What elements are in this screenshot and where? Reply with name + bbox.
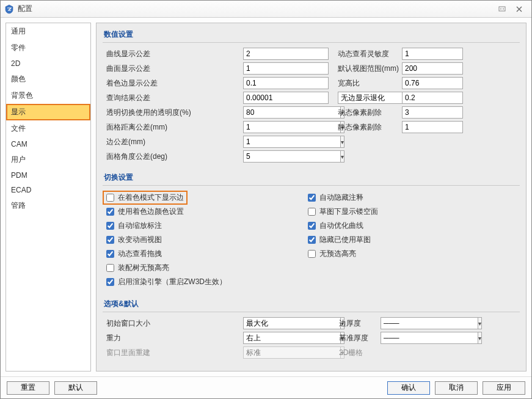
row-grid-dist: 面格距离公差(mm) 静态像素剔除 [103,120,520,134]
chk-change-anim-view[interactable]: 改变动画视图 [106,233,302,247]
chk-auto-scale-annot[interactable]: 自动缩放标注 [106,219,302,233]
settings-panel: 数值设置 曲线显示公差 动态查看灵敏度 曲面显示公差 默认视图范围(mm) 着色… [96,23,527,372]
category-sidebar: 通用 零件 2D 颜色 背景色 显示 文件 CAM 用户 PDM ECAD 管路 [5,23,91,372]
label-datum-thickness: 基准厚度 [332,333,381,343]
chevron-down-icon[interactable] [340,136,344,148]
sidebar-item-general[interactable]: 通用 [6,23,90,40]
apply-button[interactable]: 应用 [483,381,525,395]
chk-dyn-view-drag[interactable]: 动态查看拖拽 [106,247,302,261]
input-static-cull[interactable] [402,121,463,133]
chk-enable-render-engine[interactable]: 启用渲染引擎（重启ZW3D生效） [106,275,302,289]
row-window-size: 初始窗口大小 边厚度 [103,316,520,331]
numeric-section-title: 数值设置 [103,27,520,43]
default-button[interactable]: 默认 [54,381,97,395]
label-view-range: 默认视图范围(mm) [332,64,402,74]
input-edge-tol[interactable] [243,136,340,148]
label-grid-angle: 面格角度公差(deg) [103,152,243,162]
chevron-down-icon[interactable] [478,332,482,344]
sidebar-item-bgcolor[interactable]: 背景色 [6,87,90,104]
sidebar-item-part[interactable]: 零件 [6,40,90,56]
input-curve-tol[interactable] [243,48,329,60]
dialog-footer: 重置 默认 确认 取消 应用 [1,376,531,398]
sidebar-item-pipe[interactable]: 管路 [6,197,90,214]
chk-show-edges-shaded[interactable]: 在着色模式下显示边 [103,191,188,205]
label-2d-grid: 2D栅格 [332,348,381,358]
row-curve-tol: 曲线显示公差 动态查看灵敏度 [103,46,520,61]
label-surface-tol: 曲面显示公差 [103,64,243,74]
toggle-section: 切换设置 在着色模式下显示边 使用着色边颜色设置 自动缩放标注 改变动画视图 动… [97,166,526,293]
ok-button[interactable]: 确认 [387,381,430,395]
reset-button[interactable]: 重置 [7,381,49,395]
config-dialog: 配置 通用 零件 2D 颜色 背景色 显示 文件 CAM 用户 PDM ECAD… [0,0,532,399]
input-query-tol[interactable] [243,92,329,104]
input-grid-angle[interactable] [243,150,340,163]
select-datum-thickness[interactable] [381,332,478,344]
sidebar-item-display[interactable]: 显示 [6,104,90,120]
sidebar-item-pdm[interactable]: PDM [6,168,90,183]
input-transparency[interactable] [243,106,340,119]
label-shade-edge-tol: 着色边显示公差 [103,78,243,89]
sidebar-item-user[interactable]: 用户 [6,152,90,168]
select-edge-thickness[interactable] [381,317,478,329]
toggle-section-title: 切换设置 [103,170,520,186]
input-dyn-cull[interactable] [402,106,463,119]
label-query-tol: 查询结果公差 [103,93,243,103]
chevron-down-icon[interactable] [478,317,482,329]
sidebar-item-color[interactable]: 颜色 [6,71,90,87]
app-icon [4,4,14,14]
select-window-size[interactable] [243,317,340,329]
row-grid-angle: 面格角度公差(deg) [103,149,520,164]
options-section-title: 选项&默认 [103,296,520,312]
cancel-button[interactable]: 取消 [435,381,478,395]
input-grid-dist[interactable] [243,121,340,133]
input-aspect-ratio[interactable] [402,77,463,89]
input-dyn-sensitivity[interactable] [402,48,463,60]
titlebar: 配置 [1,1,531,18]
row-transparency: 透明切换使用的透明度(%) 动态像素剔除 [103,105,520,120]
chk-no-presel-highlight[interactable]: 无预选高亮 [308,247,516,261]
row-query-tol: 查询结果公差 [103,90,520,105]
input-view-range[interactable] [402,62,463,75]
input-shade-edge-tol[interactable] [243,77,329,89]
label-curve-tol: 曲线显示公差 [103,49,243,59]
chk-auto-hide-annot[interactable]: 自动隐藏注释 [308,191,516,205]
chk-use-shade-edge-color[interactable]: 使用着色边颜色设置 [106,205,302,219]
label-dyn-sensitivity: 动态查看灵敏度 [332,49,402,59]
label-transparency: 透明切换使用的透明度(%) [103,108,243,118]
options-section: 选项&默认 初始窗口大小 边厚度 重力 基准厚度 窗口里面重建 2D栅格 [97,293,526,362]
select-rebuild[interactable] [243,346,340,359]
chevron-down-icon[interactable] [340,150,344,163]
chk-auto-optimize-curve[interactable]: 自动优化曲线 [308,219,516,233]
numeric-section: 数值设置 曲线显示公差 动态查看灵敏度 曲面显示公差 默认视图范围(mm) 着色… [97,23,526,166]
row-surface-tol: 曲面显示公差 默认视图范围(mm) [103,61,520,76]
input-no-edge-degen[interactable] [402,92,463,104]
svg-rect-0 [499,7,505,11]
sidebar-item-file[interactable]: 文件 [6,120,90,137]
dialog-body: 通用 零件 2D 颜色 背景色 显示 文件 CAM 用户 PDM ECAD 管路… [1,18,531,376]
row-gravity: 重力 基准厚度 [103,331,520,345]
label-dyn-cull: 动态像素剔除 [332,108,402,118]
label-edge-tol: 边公差(mm) [103,137,243,147]
label-edge-thickness: 边厚度 [332,318,381,329]
row-edge-tol: 边公差(mm) [103,134,520,149]
sidebar-item-cam[interactable]: CAM [6,137,90,152]
label-rebuild: 窗口里面重建 [103,348,243,358]
chk-sketch-show-hollow[interactable]: 草图下显示镂空面 [308,205,516,219]
help-icon[interactable] [494,4,511,14]
label-window-size: 初始窗口大小 [103,318,243,329]
label-static-cull: 静态像素剔除 [332,122,402,133]
chk-asm-tree-no-prehighlight[interactable]: 装配树无预高亮 [106,261,302,275]
label-gravity: 重力 [103,333,243,343]
sidebar-item-ecad[interactable]: ECAD [6,183,90,197]
input-surface-tol[interactable] [243,62,329,75]
sidebar-item-2d[interactable]: 2D [6,56,90,71]
close-icon[interactable] [511,4,528,14]
chk-hide-used-sketch[interactable]: 隐藏已使用草图 [308,233,516,247]
label-aspect-ratio: 宽高比 [332,78,402,89]
row-rebuild: 窗口里面重建 2D栅格 [103,345,520,360]
window-title: 配置 [18,4,494,14]
row-shade-edge-tol: 着色边显示公差 宽高比 [103,76,520,90]
select-gravity[interactable] [243,332,340,344]
label-grid-dist: 面格距离公差(mm) [103,122,243,133]
